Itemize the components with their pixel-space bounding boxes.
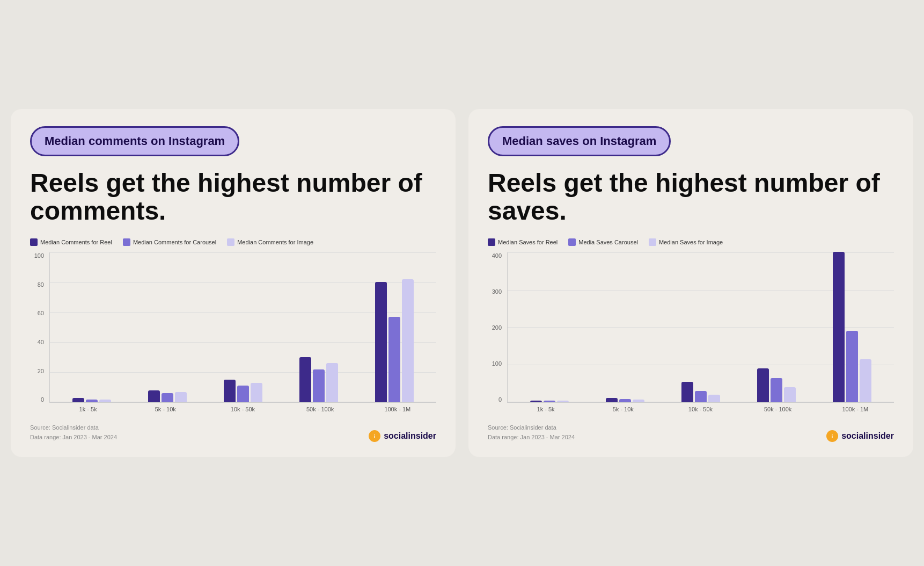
bar — [784, 387, 796, 402]
bar — [708, 395, 720, 402]
bar — [388, 317, 400, 403]
bar — [402, 279, 414, 403]
saves-badge: Median saves on Instagram — [488, 126, 671, 156]
legend-label: Median Comments for Reel — [40, 239, 112, 245]
legend-color-swatch — [123, 238, 130, 246]
bar — [224, 380, 236, 402]
saves-badge-text: Median saves on Instagram — [502, 134, 656, 148]
y-axis-label: 40 — [30, 339, 44, 345]
card-saves: Median saves on InstagramReels get the h… — [468, 109, 913, 458]
bar-group — [148, 390, 187, 402]
saves-chart: 01002003004001k - 5k5k - 10k10k - 50k50k… — [488, 252, 894, 412]
y-axis-label: 100 — [488, 360, 502, 367]
bar — [99, 400, 111, 403]
bar — [771, 378, 782, 403]
card-footer: Source: Socialinsider dataData range: Ja… — [488, 423, 894, 442]
bar — [72, 398, 84, 402]
comments-chart: 0204060801001k - 5k5k - 10k10k - 50k50k … — [30, 252, 436, 412]
bar — [86, 400, 98, 403]
x-axis-label: 10k - 50k — [221, 406, 264, 412]
x-axis: 1k - 5k5k - 10k10k - 50k50k - 100k100k -… — [488, 403, 894, 412]
card-comments: Median comments on InstagramReels get th… — [11, 109, 456, 458]
bar — [375, 282, 387, 402]
y-axis-label: 200 — [488, 324, 502, 331]
legend-item: Median Saves for Reel — [488, 238, 558, 246]
x-axis-label: 50k - 100k — [757, 406, 800, 412]
bar-group — [606, 398, 644, 402]
bar — [530, 401, 542, 403]
y-axis-label: 0 — [30, 396, 44, 403]
legend-label: Median Comments for Carousel — [133, 239, 216, 245]
bar — [695, 391, 707, 402]
y-axis-label: 80 — [30, 281, 44, 288]
bar — [162, 393, 173, 402]
bar — [326, 363, 338, 402]
y-axis-label: 300 — [488, 288, 502, 295]
logo-text: socialinsider — [384, 431, 436, 441]
x-axis-label: 50k - 100k — [299, 406, 342, 412]
bar — [860, 359, 871, 403]
bar — [846, 331, 858, 402]
y-axis: 020406080100 — [30, 252, 49, 403]
logo-icon: i — [826, 430, 838, 442]
bar-group — [757, 368, 796, 402]
bar — [606, 398, 618, 402]
bar — [237, 386, 249, 402]
legend-item: Median Comments for Carousel — [123, 238, 216, 246]
legend-label: Median Saves for Reel — [498, 239, 558, 245]
legend-color-swatch — [227, 238, 234, 246]
x-axis-label: 100k - 1M — [834, 406, 877, 412]
saves-legend: Median Saves for ReelMedia Saves Carouse… — [488, 238, 894, 246]
socialinsider-logo: isocialinsider — [369, 430, 436, 442]
bar — [681, 382, 693, 403]
x-axis-label: 5k - 10k — [144, 406, 187, 412]
bar — [299, 357, 311, 402]
legend-color-swatch — [30, 238, 38, 246]
legend-color-swatch — [488, 238, 495, 246]
x-axis-label: 1k - 5k — [67, 406, 109, 412]
bar-group — [833, 252, 871, 402]
logo-icon: i — [369, 430, 380, 442]
x-axis: 1k - 5k5k - 10k10k - 50k50k - 100k100k -… — [30, 403, 436, 412]
comments-headline: Reels get the highest number of comments… — [30, 169, 436, 226]
x-axis-label: 10k - 50k — [679, 406, 722, 412]
bars-container — [507, 252, 894, 403]
bar — [633, 400, 644, 403]
legend-item: Median Comments for Image — [227, 238, 313, 246]
bar — [313, 369, 325, 403]
y-axis-label: 400 — [488, 252, 502, 259]
bar — [148, 390, 160, 402]
legend-color-swatch — [568, 238, 576, 246]
logo-text: socialinsider — [841, 431, 894, 441]
bar — [757, 368, 769, 402]
svg-text:i: i — [832, 434, 833, 439]
bar — [251, 383, 262, 402]
card-footer: Source: Socialinsider dataData range: Ja… — [30, 423, 436, 442]
bars-container — [49, 252, 436, 403]
y-axis: 0100200300400 — [488, 252, 507, 403]
legend-item: Media Saves Carousel — [568, 238, 638, 246]
legend-item: Median Comments for Reel — [30, 238, 112, 246]
comments-badge-text: Median comments on Instagram — [45, 134, 225, 148]
bar — [557, 401, 569, 402]
x-axis-label: 100k - 1M — [376, 406, 419, 412]
bar — [544, 401, 555, 402]
bar-group — [224, 380, 262, 402]
y-axis-label: 60 — [30, 310, 44, 316]
x-axis-label: 1k - 5k — [524, 406, 567, 412]
bar — [175, 392, 187, 403]
bar-group — [681, 382, 720, 403]
legend-label: Media Saves Carousel — [578, 239, 638, 245]
socialinsider-logo: isocialinsider — [826, 430, 894, 442]
bar — [619, 399, 631, 402]
saves-headline: Reels get the highest number of saves. — [488, 169, 894, 226]
comments-badge: Median comments on Instagram — [30, 126, 239, 156]
legend-label: Median Comments for Image — [237, 239, 313, 245]
bar-group — [530, 401, 569, 403]
legend-item: Median Saves for Image — [649, 238, 723, 246]
y-axis-label: 0 — [488, 396, 502, 403]
svg-text:i: i — [374, 434, 376, 439]
y-axis-label: 20 — [30, 368, 44, 374]
comments-legend: Median Comments for ReelMedian Comments … — [30, 238, 436, 246]
bar — [833, 252, 845, 402]
